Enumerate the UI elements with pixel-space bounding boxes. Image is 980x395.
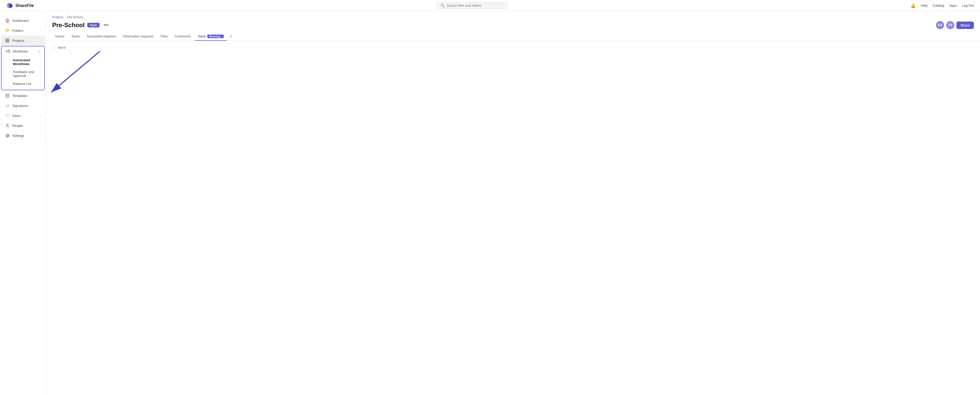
logo-text: ShareFile [15, 3, 34, 8]
tab-comments[interactable]: Comments [172, 32, 194, 41]
svg-point-4 [6, 51, 7, 52]
chevron-right-icon: › [40, 124, 41, 127]
top-navigation: ShareFile 🔍 🔔 Help Catalog Apps Log Out [0, 0, 980, 11]
notification-bell-icon[interactable]: 🔔 [911, 3, 916, 8]
sidebar-item-label: Projects [12, 39, 24, 43]
topnav-right: 🔔 Help Catalog Apps Log Out [911, 3, 974, 8]
chevron-right-icon: › [40, 134, 41, 137]
tab-files[interactable]: Files [158, 32, 170, 41]
submenu-item-request-list[interactable]: Request List [2, 80, 44, 88]
tabs-bar: Home Tasks Document requests Information… [52, 32, 974, 41]
dashboard-icon: 🏠 [5, 18, 10, 23]
sidebar-item-settings[interactable]: ⚙️ Settings › [1, 131, 45, 141]
status-badge: Open [87, 23, 100, 27]
sidebar-item-label: Settings [12, 134, 24, 138]
search-icon: 🔍 [441, 3, 445, 8]
sidebar-item-label: Folders [12, 29, 23, 32]
chevron-right-icon: › [40, 114, 41, 117]
chevron-right-icon: › [40, 29, 41, 32]
main-content: Projects › Pre-School Pre-School Open ••… [46, 11, 980, 395]
search-bar[interactable]: 🔍 [436, 2, 508, 9]
sidebar-item-signatures[interactable]: Signatures [1, 101, 45, 110]
main-layout: 🏠 Dashboard 📁 Folders › [0, 11, 980, 395]
sidebar-item-label: Inbox [12, 114, 21, 118]
svg-line-14 [51, 51, 100, 92]
add-tab-button[interactable]: + [228, 34, 234, 40]
annotation-arrow [49, 49, 105, 100]
apps-link[interactable]: Apps [949, 3, 957, 8]
sidebar-workflows-label: Workflows [13, 50, 28, 53]
syncing-badge: Syncing... [207, 35, 224, 38]
share-button[interactable]: Share [956, 22, 974, 29]
tab-document-requests[interactable]: Document requests [84, 32, 119, 41]
templates-icon [5, 93, 10, 98]
logo-area: ShareFile [6, 2, 34, 9]
projects-icon [5, 38, 10, 43]
page-title-row: Pre-School Open ••• SA TS Share [52, 21, 974, 29]
sidebar-item-folders[interactable]: 📁 Folders › [1, 26, 45, 35]
sidebar-item-projects[interactable]: Projects [1, 36, 45, 45]
sidebar-item-inbox[interactable]: ✉️ Inbox › [1, 111, 45, 120]
breadcrumb-parent[interactable]: Projects [52, 15, 63, 19]
three-dots-icon: ⋮ [52, 45, 56, 50]
svg-rect-1 [8, 39, 9, 40]
svg-line-7 [7, 51, 9, 51]
catalog-link[interactable]: Catalog [933, 3, 944, 8]
sidebar-workflows-section: Workflows ∨ Automated Workflows Feedback… [1, 46, 45, 90]
sidebar: 🏠 Dashboard 📁 Folders › [0, 11, 46, 395]
svg-rect-9 [6, 94, 9, 97]
search-input[interactable] [447, 3, 504, 8]
help-link[interactable]: Help [921, 3, 928, 8]
svg-rect-2 [6, 41, 7, 42]
sidebar-item-label: Dashboard [12, 19, 29, 22]
logout-link[interactable]: Log Out [962, 3, 974, 8]
tab-desk[interactable]: Desk Syncing... [195, 32, 227, 41]
submenu-item-feedback-approval[interactable]: Feedback and Approval [2, 68, 44, 80]
chevron-down-icon: ∨ [38, 50, 40, 53]
sidebar-item-workflows[interactable]: Workflows ∨ [2, 46, 44, 56]
svg-rect-0 [6, 39, 7, 40]
inbox-icon: ✉️ [5, 113, 10, 118]
people-icon [5, 123, 10, 128]
svg-point-5 [9, 50, 10, 51]
content-area: ⋮ More [46, 41, 980, 395]
svg-point-6 [9, 52, 10, 53]
breadcrumb-current: Pre-School [67, 15, 83, 19]
sidebar-item-templates[interactable]: Templates [1, 91, 45, 101]
workflows-submenu: Automated Workflows Feedback and Approva… [2, 56, 44, 89]
svg-line-8 [7, 51, 9, 52]
more-content-row[interactable]: ⋮ More [52, 45, 974, 50]
logo-icon [6, 2, 13, 9]
avatar-ts: TS [946, 21, 955, 29]
signatures-icon [5, 103, 10, 108]
more-label: More [58, 46, 65, 50]
svg-point-12 [6, 124, 8, 126]
sidebar-item-dashboard[interactable]: 🏠 Dashboard [1, 16, 45, 26]
breadcrumb: Projects › Pre-School [52, 15, 974, 19]
sidebar-item-label: Templates [12, 94, 27, 98]
sidebar-item-people[interactable]: People › [1, 121, 45, 131]
more-options-button[interactable]: ••• [102, 22, 110, 29]
sidebar-item-label: People [12, 124, 22, 128]
folders-icon: 📁 [5, 28, 10, 33]
settings-icon: ⚙️ [5, 133, 10, 138]
breadcrumb-separator: › [65, 15, 66, 19]
page-title: Pre-School [52, 22, 85, 29]
tab-tasks[interactable]: Tasks [68, 32, 83, 41]
sidebar-item-label: Signatures [12, 104, 28, 108]
workflows-icon [6, 49, 10, 54]
page-header: Projects › Pre-School Pre-School Open ••… [46, 11, 980, 41]
svg-rect-3 [8, 41, 9, 42]
avatar-sa: SA [936, 21, 944, 29]
tab-home[interactable]: Home [52, 32, 67, 41]
tab-information-requests[interactable]: Information requests [120, 32, 157, 41]
submenu-item-automated-workflows[interactable]: Automated Workflows [2, 56, 44, 68]
